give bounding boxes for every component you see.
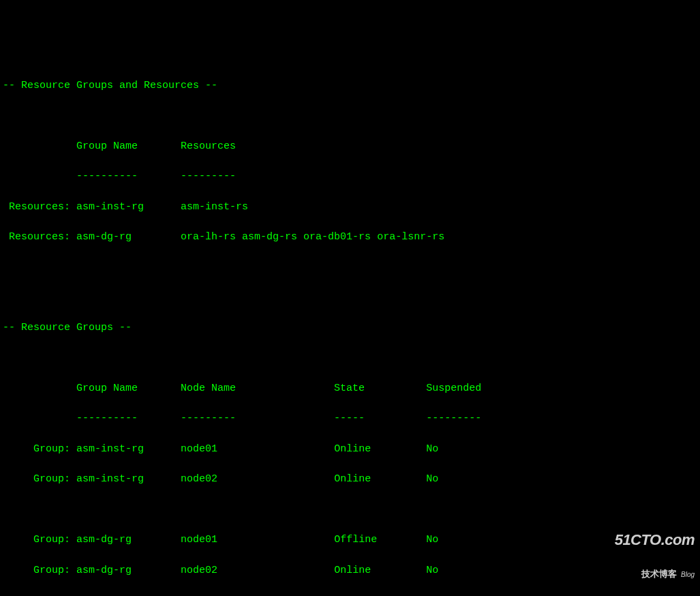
cell: asm-dg-rg — [76, 231, 132, 243]
watermark: 51CTO.com 技术博客Blog — [615, 511, 695, 589]
section-header: -- Resource Groups -- — [3, 321, 697, 336]
row-label: Resources: — [9, 201, 70, 213]
cell: node01 — [181, 534, 217, 546]
terminal-output: -- Resource Groups and Resources -- Grou… — [3, 63, 697, 596]
divider: --------- — [181, 413, 236, 424]
cell: asm-inst-rg — [76, 473, 144, 485]
watermark-blog: Blog — [681, 571, 695, 578]
section-header: -- Resource Groups and Resources -- — [3, 78, 697, 93]
cell: Online — [334, 443, 371, 455]
cell: asm-inst-rs — [181, 201, 248, 213]
watermark-sub: 技术博客 — [641, 569, 677, 579]
row-label: Group: — [33, 473, 70, 485]
cell: Online — [334, 473, 371, 485]
cell: No — [426, 534, 438, 546]
col-header: Node Name — [181, 383, 236, 394]
divider: ----- — [334, 413, 365, 424]
cell: ora-lh-rs asm-dg-rs ora-db01-rs ora-lsnr… — [181, 231, 444, 243]
col-header: Suspended — [426, 383, 481, 394]
cell: Offline — [334, 534, 377, 546]
watermark-brand: 51CTO.com — [615, 532, 695, 548]
col-header: Resources — [181, 140, 236, 152]
row-label: Group: — [33, 443, 70, 455]
cell: node02 — [181, 473, 217, 485]
col-header: State — [334, 383, 365, 394]
cell: No — [426, 443, 438, 455]
cell: asm-dg-rg — [76, 565, 132, 576]
cell: No — [426, 473, 438, 485]
divider: --------- — [181, 170, 236, 182]
cell: asm-inst-rg — [76, 443, 144, 455]
divider: ---------- — [76, 170, 138, 182]
cell: No — [426, 565, 438, 576]
cell: node01 — [181, 443, 217, 455]
col-header: Group Name — [76, 140, 138, 152]
cell: asm-dg-rg — [76, 534, 132, 546]
col-header: Group Name — [76, 383, 138, 394]
cell: asm-inst-rg — [76, 201, 144, 213]
cell: Online — [334, 565, 371, 576]
row-label: Group: — [33, 565, 70, 576]
row-label: Resources: — [9, 231, 70, 243]
row-label: Group: — [33, 534, 70, 546]
cell: node02 — [181, 565, 217, 576]
divider: ---------- — [76, 413, 138, 424]
divider: --------- — [426, 413, 481, 424]
